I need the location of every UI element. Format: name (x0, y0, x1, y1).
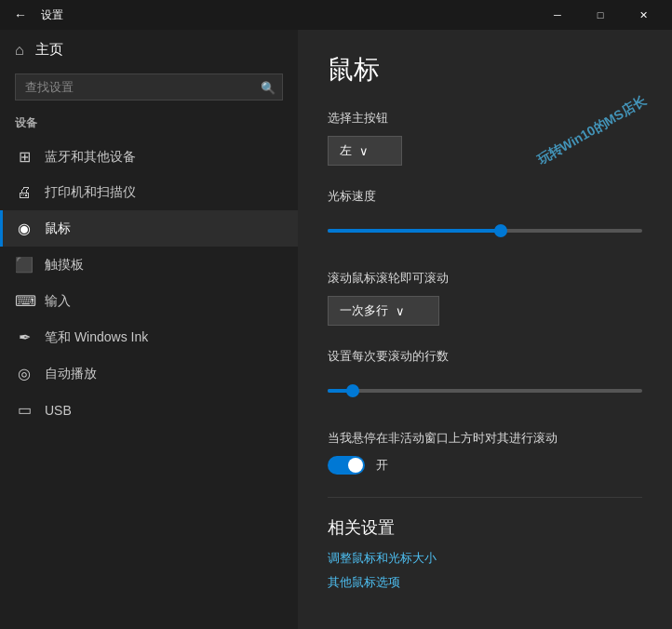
sidebar-item-pen-label: 笔和 Windows Ink (45, 329, 148, 346)
page-title: 鼠标 (328, 52, 642, 87)
pen-icon: ✒ (15, 328, 34, 346)
sidebar-item-bluetooth-label: 蓝牙和其他设备 (45, 149, 136, 166)
related-settings-section: 相关设置 调整鼠标和光标大小 其他鼠标选项 (328, 516, 642, 591)
scroll-mode-dropdown[interactable]: 一次多行 ∨ (328, 296, 439, 326)
window-controls: ─ □ ✕ (536, 0, 665, 30)
inactive-scroll-label: 当我悬停在非活动窗口上方时对其进行滚动 (328, 430, 642, 447)
cursor-speed-fill (328, 229, 501, 233)
close-button[interactable]: ✕ (622, 0, 665, 30)
sidebar-item-usb-label: USB (45, 403, 72, 418)
primary-button-value: 左 (340, 142, 352, 159)
sidebar-item-autoplay[interactable]: ◎ 自动播放 (0, 355, 298, 392)
inactive-scroll-toggle-row: 开 (328, 456, 642, 475)
cursor-speed-label: 光标速度 (328, 188, 642, 205)
related-link-mouse-options[interactable]: 其他鼠标选项 (328, 574, 642, 591)
scroll-lines-section: 设置每次要滚动的行数 (328, 348, 642, 408)
back-button[interactable]: ← (7, 2, 34, 28)
scroll-mode-value: 一次多行 (340, 302, 388, 319)
mouse-icon: ◉ (15, 220, 34, 237)
sidebar-item-pen[interactable]: ✒ 笔和 Windows Ink (0, 319, 298, 355)
sidebar-item-autoplay-label: 自动播放 (45, 366, 97, 382)
sidebar-item-printer[interactable]: 🖨 打印机和扫描仪 (0, 175, 298, 210)
scroll-lines-slider[interactable] (328, 374, 642, 408)
search-box: 🔍 (15, 74, 283, 100)
section-title: 设备 (0, 112, 298, 139)
cursor-speed-section: 光标速度 (328, 188, 642, 248)
printer-icon: 🖨 (15, 184, 34, 201)
toggle-on-label: 开 (376, 457, 388, 474)
scroll-lines-label: 设置每次要滚动的行数 (328, 348, 642, 365)
touchpad-icon: ⬛ (15, 256, 34, 274)
bluetooth-icon: ⊞ (15, 148, 34, 166)
main-layout: ⌂ 主页 🔍 设备 ⊞ 蓝牙和其他设备 🖨 打印机和扫描仪 ◉ 鼠标 ⬛ 触摸板… (0, 30, 672, 629)
primary-button-label: 选择主按钮 (328, 110, 642, 127)
maximize-button[interactable]: □ (579, 0, 622, 30)
sidebar-item-printer-label: 打印机和扫描仪 (45, 184, 136, 201)
inactive-scroll-toggle[interactable] (328, 456, 365, 475)
sidebar-item-bluetooth[interactable]: ⊞ 蓝牙和其他设备 (0, 139, 298, 175)
divider (328, 497, 642, 498)
cursor-speed-track (328, 229, 642, 233)
home-label: 主页 (35, 41, 63, 59)
app-title: 设置 (41, 7, 63, 23)
sidebar-item-input[interactable]: ⌨ 输入 (0, 283, 298, 319)
sidebar-item-mouse-label: 鼠标 (45, 221, 71, 237)
minimize-button[interactable]: ─ (536, 0, 579, 30)
scroll-mode-label: 滚动鼠标滚轮即可滚动 (328, 270, 642, 287)
search-input[interactable] (15, 74, 283, 100)
autoplay-icon: ◎ (15, 365, 34, 382)
search-icon[interactable]: 🔍 (261, 80, 276, 94)
sidebar-item-input-label: 输入 (45, 293, 71, 310)
sidebar-item-home[interactable]: ⌂ 主页 (0, 30, 298, 70)
inactive-scroll-section: 当我悬停在非活动窗口上方时对其进行滚动 开 (328, 430, 642, 475)
title-bar-left: ← 设置 (7, 2, 536, 28)
sidebar-item-mouse[interactable]: ◉ 鼠标 (0, 210, 298, 247)
scroll-mode-section: 滚动鼠标滚轮即可滚动 一次多行 ∨ (328, 270, 642, 326)
scroll-mode-chevron: ∨ (396, 304, 405, 318)
usb-icon: ▭ (15, 401, 34, 419)
primary-button-chevron: ∨ (359, 144, 369, 158)
title-bar: ← 设置 ─ □ ✕ (0, 0, 672, 30)
scroll-lines-thumb[interactable] (346, 384, 359, 397)
sidebar-item-touchpad-label: 触摸板 (45, 257, 84, 274)
toggle-thumb (348, 458, 363, 473)
cursor-speed-slider[interactable] (328, 214, 642, 248)
home-icon: ⌂ (15, 42, 24, 59)
primary-button-section: 选择主按钮 左 ∨ (328, 110, 642, 166)
cursor-speed-thumb[interactable] (494, 224, 507, 237)
keyboard-icon: ⌨ (15, 292, 34, 310)
content-area: 玩转Win10的MS店长 鼠标 选择主按钮 左 ∨ 光标速度 滚动鼠标滚轮即可滚… (298, 30, 672, 629)
scroll-lines-track (328, 389, 642, 393)
sidebar-item-touchpad[interactable]: ⬛ 触摸板 (0, 247, 298, 283)
related-title: 相关设置 (328, 516, 642, 539)
primary-button-dropdown[interactable]: 左 ∨ (328, 136, 402, 166)
related-link-cursor-size[interactable]: 调整鼠标和光标大小 (328, 550, 642, 567)
sidebar: ⌂ 主页 🔍 设备 ⊞ 蓝牙和其他设备 🖨 打印机和扫描仪 ◉ 鼠标 ⬛ 触摸板… (0, 30, 298, 629)
sidebar-item-usb[interactable]: ▭ USB (0, 392, 298, 428)
